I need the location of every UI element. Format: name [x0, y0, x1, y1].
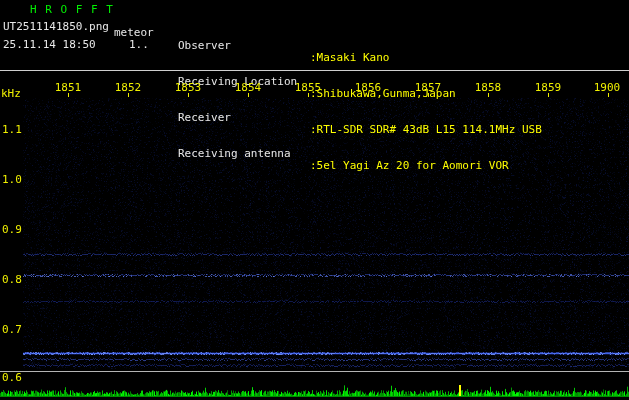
y-axis-unit: kHz [1, 88, 21, 100]
y-tick-label: 0.6 [2, 372, 22, 384]
x-tick-label: 1858 [475, 82, 502, 94]
info-value: :Masaki Kano [310, 52, 389, 64]
info-row-observer: Observer :Masaki Kano [0, 28, 629, 40]
info-value: :RTL-SDR SDR# 43dB L15 114.1MHz USB [310, 124, 542, 136]
x-tick-label: 1857 [415, 82, 442, 94]
info-label: Observer [178, 40, 231, 52]
x-tick-label: 1859 [535, 82, 562, 94]
y-tick-label: 0.7 [2, 324, 22, 336]
info-label: Receiver [178, 112, 231, 124]
x-tick-label: 1856 [355, 82, 382, 94]
x-tick-label: 1851 [55, 82, 82, 94]
hrofft-output-window: H R O F F T UT2511141850.png meteor 25.1… [0, 0, 629, 400]
info-row-location: Receiving Location :Shibukawa,Gunma,Japa… [0, 64, 629, 76]
y-tick-label: 0.9 [2, 224, 22, 236]
y-tick-label: 1.0 [2, 174, 22, 186]
y-tick-label: 1.1 [2, 124, 22, 136]
info-row-antenna: Receiving antenna :5el Yagi Az 20 for Ao… [0, 136, 629, 148]
x-tick-label: 1855 [295, 82, 322, 94]
y-tick-label: 0.8 [2, 274, 22, 286]
info-label: Receiving antenna [178, 148, 291, 160]
x-tick-label: 1854 [235, 82, 262, 94]
x-tick-label: 1852 [115, 82, 142, 94]
info-value: :5el Yagi Az 20 for Aomori VOR [310, 160, 509, 172]
x-tick-label: 1853 [175, 82, 202, 94]
x-tick-label: 1900 [594, 82, 621, 94]
info-row-receiver: Receiver :RTL-SDR SDR# 43dB L15 114.1MHz… [0, 100, 629, 112]
